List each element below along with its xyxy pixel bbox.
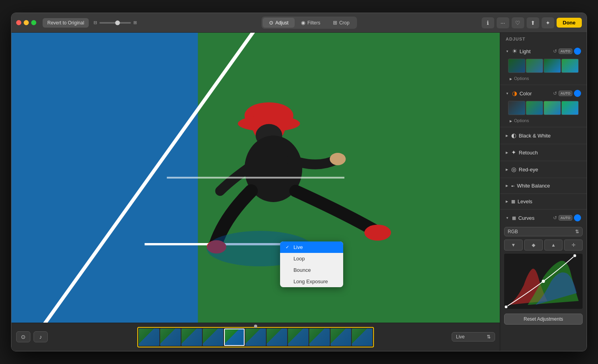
rgb-chevron-icon: ⇅ xyxy=(575,229,579,234)
color-controls: ↺ AUTO xyxy=(553,90,581,97)
chevron-up-down-icon: ⇅ xyxy=(487,334,491,340)
auto-badge[interactable]: AUTO xyxy=(559,48,572,54)
filters-icon: ◉ xyxy=(301,20,305,26)
revert-light-icon[interactable]: ↺ xyxy=(553,48,557,54)
color-toggle[interactable] xyxy=(574,90,581,97)
filmstrip-thumb-9[interactable] xyxy=(309,329,330,346)
color-auto-badge[interactable]: AUTO xyxy=(559,91,572,96)
revert-to-original-button[interactable]: Revert to Original xyxy=(43,18,89,28)
filmstrip-thumb-10[interactable] xyxy=(331,329,351,346)
favorite-button[interactable]: ♡ xyxy=(512,17,524,28)
curves-label: Curves xyxy=(518,215,534,221)
rgb-select[interactable]: RGB ⇅ xyxy=(504,227,583,236)
light-controls: ↺ AUTO xyxy=(553,48,581,55)
reset-adjustments-button[interactable]: Reset Adjustments xyxy=(504,314,583,325)
volume-button[interactable]: ♪ xyxy=(34,331,48,342)
color-thumb-2[interactable] xyxy=(526,101,543,115)
bw-row[interactable]: ▶ ◐ Black & White xyxy=(504,130,583,141)
curves-histogram[interactable] xyxy=(504,254,583,309)
levels-section: ▶ ▦ Levels xyxy=(500,195,587,208)
revert-color-icon[interactable]: ↺ xyxy=(553,91,557,96)
curves-auto-badge[interactable]: AUTO xyxy=(559,215,572,221)
retouch-row[interactable]: ▶ ✦ Retouch xyxy=(504,147,583,158)
curves-row[interactable]: ▼ ▦ Curves ↺ AUTO xyxy=(504,212,583,224)
photo-area: ✓ Live Loop Bounce Lo xyxy=(11,33,500,351)
info-button[interactable]: ℹ xyxy=(482,17,494,28)
filmstrip-thumb-3[interactable] xyxy=(181,329,202,346)
light-thumb-4[interactable] xyxy=(561,59,579,73)
light-toggle[interactable] xyxy=(574,48,581,55)
filmstrip-thumb-11[interactable] xyxy=(352,329,372,346)
filmstrip-thumb-4[interactable] xyxy=(203,329,223,346)
color-thumb-1[interactable] xyxy=(508,101,525,115)
bw-label: Black & White xyxy=(519,133,551,139)
dropdown-item-bounce[interactable]: Bounce xyxy=(280,264,343,276)
tab-filters[interactable]: ◉ Filters xyxy=(295,18,327,28)
curves-black-point-tool[interactable]: ▼ xyxy=(504,240,523,251)
wb-section: ▶ ▪▫ White Balance xyxy=(500,179,587,193)
revert-curves-icon[interactable]: ↺ xyxy=(553,215,557,221)
play-button[interactable]: ⊙ xyxy=(16,331,30,342)
light-options-label[interactable]: ▶ Options xyxy=(504,75,583,82)
divider-2 xyxy=(500,127,587,127)
light-thumb-2[interactable] xyxy=(526,59,543,73)
photo-image xyxy=(11,33,500,323)
filmstrip-thumb-5[interactable] xyxy=(224,329,245,346)
color-row[interactable]: ▼ ◑ Color ↺ AUTO xyxy=(504,87,583,99)
curves-toggle[interactable] xyxy=(574,214,581,221)
filmstrip-dot xyxy=(254,325,257,328)
curves-white-point-tool[interactable]: ▲ xyxy=(544,240,563,251)
right-controls: ℹ ··· ♡ ⬆ ✦ Done xyxy=(482,17,582,28)
wb-chevron: ▶ xyxy=(506,184,508,188)
divider-1 xyxy=(500,85,587,85)
filmstrip[interactable] xyxy=(137,327,374,347)
done-button[interactable]: Done xyxy=(557,18,582,28)
color-label: Color xyxy=(520,91,532,97)
redeye-row[interactable]: ▶ ◎ Red-eye xyxy=(504,163,583,175)
live-mode-select[interactable]: Live ⇅ xyxy=(452,332,495,342)
wb-row[interactable]: ▶ ▪▫ White Balance xyxy=(504,180,583,191)
color-thumb-4[interactable] xyxy=(561,101,579,115)
share2-button[interactable]: ⬆ xyxy=(527,17,539,28)
light-thumb-strip xyxy=(504,57,583,75)
light-thumb-3[interactable] xyxy=(544,59,561,73)
share-button[interactable]: ··· xyxy=(497,17,509,28)
levels-row[interactable]: ▶ ▦ Levels xyxy=(504,196,583,207)
light-thumb-1[interactable] xyxy=(508,59,525,73)
redeye-row-left: ▶ ◎ Red-eye xyxy=(506,166,538,173)
color-thumb-3[interactable] xyxy=(544,101,561,115)
app-window: Revert to Original ⊟ ⊞ ⊙ Adjust ◉ Filter… xyxy=(11,13,587,351)
curves-eyedropper-tool[interactable]: ✛ xyxy=(564,240,583,251)
divider-4 xyxy=(500,161,587,161)
filmstrip-thumb-7[interactable] xyxy=(267,329,287,346)
tab-crop[interactable]: ⊞ Crop xyxy=(327,18,356,28)
curves-row-left: ▼ ▦ Curves xyxy=(506,215,534,221)
bottom-controls: ⊙ ♪ xyxy=(16,323,48,351)
minimize-button[interactable] xyxy=(24,20,29,25)
dropdown-item-loop[interactable]: Loop xyxy=(280,253,343,264)
magic-button[interactable]: ✦ xyxy=(542,17,554,28)
options-chevron: ▶ xyxy=(510,77,512,81)
curves-gray-point-tool[interactable]: ◆ xyxy=(524,240,543,251)
dropdown-item-live[interactable]: ✓ Live xyxy=(280,241,343,253)
filmstrip-thumb-1[interactable] xyxy=(139,329,159,346)
photo-canvas: ✓ Live Loop Bounce Lo xyxy=(11,33,500,323)
filmstrip-thumb-8[interactable] xyxy=(288,329,308,346)
fullscreen-button[interactable] xyxy=(31,20,36,25)
titlebar: Revert to Original ⊟ ⊞ ⊙ Adjust ◉ Filter… xyxy=(11,13,587,33)
color-options-label[interactable]: ▶ Options xyxy=(504,117,583,124)
dropdown-item-long-exposure[interactable]: Long Exposure xyxy=(280,276,343,287)
color-icon: ◑ xyxy=(512,90,517,97)
main-content: ✓ Live Loop Bounce Lo xyxy=(11,33,587,351)
filmstrip-thumb-6[interactable] xyxy=(245,329,266,346)
color-thumb-strip xyxy=(504,99,583,117)
tab-adjust[interactable]: ⊙ Adjust xyxy=(263,18,295,28)
bw-row-left: ▶ ◐ Black & White xyxy=(506,132,551,139)
playback-mode-dropdown: ✓ Live Loop Bounce Lo xyxy=(280,241,343,287)
redeye-section: ▶ ◎ Red-eye xyxy=(500,162,587,177)
bw-section: ▶ ◐ Black & White xyxy=(500,128,587,143)
zoom-slider[interactable] xyxy=(99,22,131,24)
light-row[interactable]: ▼ ☀ Light ↺ AUTO xyxy=(504,45,583,57)
filmstrip-thumb-2[interactable] xyxy=(160,329,181,346)
close-button[interactable] xyxy=(16,20,21,25)
